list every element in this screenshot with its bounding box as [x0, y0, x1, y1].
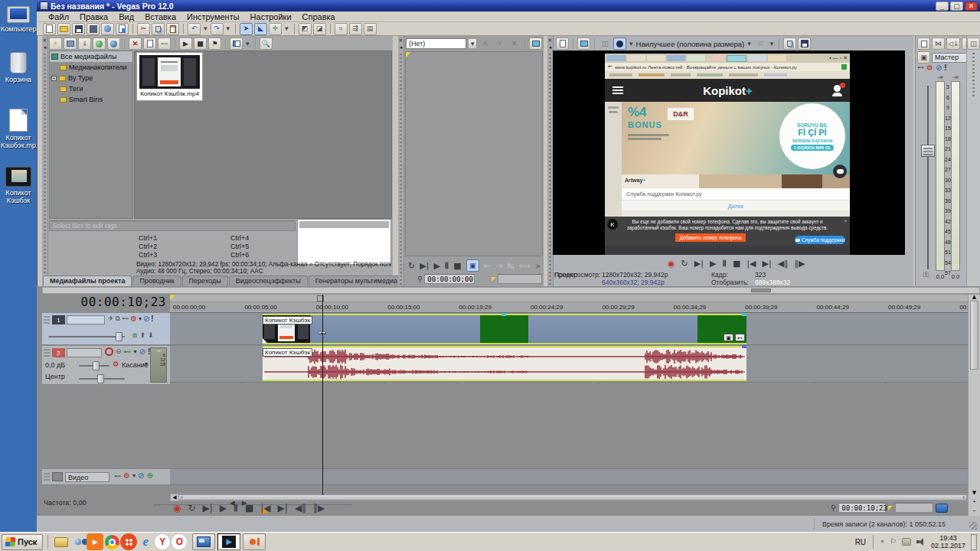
taskbar-media-player-icon[interactable]: ▶ — [87, 533, 103, 550]
play-from-start-button[interactable]: ▶| — [694, 259, 704, 268]
copy-button[interactable] — [152, 23, 165, 35]
track-solo-icon[interactable]: ! — [151, 315, 153, 323]
bus-gear-icon[interactable]: ⚙ — [926, 64, 933, 72]
bus-mute-icon[interactable]: ⊘ — [936, 64, 942, 72]
new-project-button[interactable] — [43, 23, 56, 35]
normal-edit-tool-button[interactable]: ➤ — [240, 23, 253, 35]
redo-dropdown[interactable]: ▾ — [225, 23, 232, 35]
fx-play-from-start-button[interactable]: ▶| — [420, 262, 429, 270]
snapping-button[interactable]: ⌗ — [335, 23, 348, 35]
bus-fx-icon[interactable]: ⊷ — [114, 473, 121, 480]
go-to-end-button[interactable]: ▶| — [278, 504, 288, 513]
bus-name-field[interactable]: Мастер — [932, 53, 967, 63]
overlays-button[interactable]: ⊞ — [754, 37, 767, 50]
track-mute-icon[interactable]: ⊘ — [139, 348, 145, 356]
event-corner-handle[interactable] — [263, 375, 267, 380]
automation-dropdown[interactable]: ▾ — [145, 361, 148, 367]
tab-explorer[interactable]: Проводник — [132, 276, 181, 286]
fx-stop-button[interactable]: ■ — [453, 262, 461, 270]
audio-track-name-field[interactable] — [67, 348, 102, 357]
bus-gear-icon[interactable]: ⚙ — [123, 472, 130, 480]
mixer-downmix-button[interactable]: ◁↓ — [946, 37, 960, 50]
show-desktop-button[interactable] — [971, 534, 977, 550]
track-level-slider[interactable] — [48, 336, 125, 337]
resize-grip[interactable] — [969, 522, 977, 530]
stop-button[interactable]: ■ — [245, 504, 253, 513]
paste-button[interactable] — [166, 23, 179, 35]
cursor-time-field[interactable]: 00:00:10;23 — [838, 503, 886, 513]
desktop-icon-computer[interactable]: Компьютер — [1, 6, 36, 33]
panel-close-icon[interactable]: ✕ — [399, 37, 403, 44]
save-frame-button[interactable] — [798, 37, 811, 50]
copy-frame-button[interactable] — [783, 37, 796, 50]
panel-close-icon[interactable]: ✕ — [43, 37, 47, 44]
close-button[interactable]: ✕ — [965, 2, 978, 11]
media-properties-button[interactable] — [143, 37, 156, 50]
menu-edit[interactable]: Правка — [74, 12, 113, 21]
track-gear-icon[interactable]: ⚙ — [130, 315, 137, 323]
timeline-hscrollbar[interactable]: ◀ ‖‖ — [170, 494, 968, 501]
notice-close-icon[interactable]: × — [844, 218, 847, 223]
track-layers-icon[interactable]: ⧉ — [116, 315, 120, 322]
taskbar-search-icon[interactable] — [70, 533, 87, 550]
import-media-button[interactable]: ⚡ — [49, 37, 62, 50]
fx-loop-region-button[interactable]: ▣ — [466, 259, 479, 272]
slider-handle[interactable] — [97, 374, 104, 383]
bus-plug-icon[interactable]: ⊕ — [146, 472, 152, 480]
pause-button[interactable]: Ⅱ — [234, 503, 238, 514]
bus-solo-icon[interactable]: ! — [944, 64, 946, 72]
video-track-header[interactable]: 1 ✈ ⧉ ⊷ ⚙ ▾ ⊘ ! ⧈ ⬆ ⬇ — [42, 313, 170, 345]
tree-item-media-bins[interactable]: Медианакопители — [50, 62, 132, 73]
loop-playback-button[interactable]: ↻ — [681, 259, 688, 268]
vscroll-thumb[interactable] — [970, 301, 978, 370]
event-fx-button[interactable]: ⊷ — [735, 334, 745, 341]
bus-fx-icon[interactable]: ⊷ — [917, 64, 924, 71]
compositing-mode-icon[interactable]: ⧈ — [132, 331, 137, 339]
panel-pin-icon[interactable]: ◂ — [400, 45, 403, 51]
start-button[interactable]: Пуск — [2, 534, 43, 550]
undo-dropdown[interactable]: ▾ — [202, 23, 209, 35]
big-timecode[interactable]: 00:00:10;23 — [44, 295, 166, 309]
track-grip[interactable] — [44, 316, 50, 324]
tree-item-tags[interactable]: Теги — [50, 83, 132, 94]
tray-expand-icon[interactable]: « — [880, 539, 884, 545]
play-button[interactable]: ▶ — [220, 504, 227, 513]
slider-handle[interactable] — [93, 361, 100, 370]
title-bar[interactable]: Без названия * - Vegas Pro 12.0 _ ▢ ✕ — [37, 0, 980, 11]
tab-transitions[interactable]: Переходы — [182, 276, 228, 286]
tag-input[interactable]: Select files to edit tags — [49, 220, 296, 231]
taskbar-explorer-icon[interactable] — [53, 533, 70, 550]
split-screen-button[interactable]: ◫ — [599, 37, 612, 50]
parent-up-icon[interactable]: ⬆ — [139, 332, 145, 339]
audio-fx-dropdown[interactable]: ▾ — [134, 349, 137, 355]
bus-properties-button[interactable]: ▣ — [917, 51, 930, 64]
render-as-button[interactable] — [87, 23, 100, 35]
scroll-up-arrow[interactable]: ▲ — [969, 295, 980, 300]
track-gear-dropdown[interactable]: ▾ — [139, 316, 142, 322]
undo-button[interactable]: ↶ — [188, 23, 201, 35]
overlays-dropdown[interactable]: ▾ — [769, 37, 776, 50]
maximize-button[interactable]: ▢ — [950, 2, 963, 11]
fx-preset-dropdown[interactable]: ▾ — [468, 38, 477, 49]
external-monitor-button[interactable] — [577, 37, 590, 50]
taskbar-app-vegas-active[interactable]: ▶ — [217, 533, 240, 550]
language-indicator[interactable]: RU — [855, 538, 866, 546]
pause-button[interactable]: Ⅱ — [722, 259, 726, 269]
arm-record-icon[interactable] — [105, 347, 113, 356]
taskbar-app-control-panel[interactable] — [192, 533, 215, 550]
redo-button[interactable]: ↷ — [211, 23, 224, 35]
fx-monitor-button[interactable] — [529, 37, 542, 50]
track-grip[interactable] — [44, 349, 50, 357]
fx-prev-keyframe-button[interactable]: ⇤ — [484, 262, 491, 270]
selection-tool-button[interactable]: ◩ — [299, 23, 312, 35]
go-to-start-button[interactable]: |◀ — [746, 259, 756, 268]
taskbar-app-recorder[interactable] — [243, 533, 266, 550]
media-clip-card[interactable]: Копикот Кэшбэк.mp4 — [136, 52, 203, 101]
panel-pin-icon[interactable]: ◂ — [549, 45, 552, 51]
fx-keyframe-area[interactable] — [405, 51, 543, 256]
tab-video-fx[interactable]: Видеоспецэффекты — [229, 276, 308, 286]
go-to-start-button[interactable]: |◀ — [260, 504, 270, 513]
download-media-button[interactable] — [93, 37, 106, 50]
fx-loop-button[interactable]: ↻ — [408, 262, 415, 270]
prev-frame-button[interactable]: ◀‖ — [778, 259, 789, 268]
